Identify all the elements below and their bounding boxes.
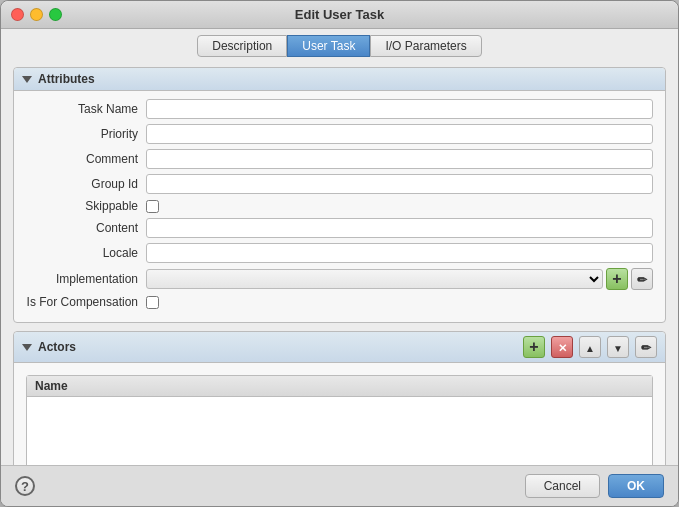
is-for-compensation-label: Is For Compensation <box>26 295 146 309</box>
attributes-section-title: Attributes <box>38 72 95 86</box>
maximize-button[interactable] <box>49 8 62 21</box>
name-column-header: Name <box>35 379 68 393</box>
content-row: Content <box>26 218 653 238</box>
window-controls <box>11 8 62 21</box>
locale-row: Locale <box>26 243 653 263</box>
locale-input[interactable] <box>146 243 653 263</box>
group-id-label: Group Id <box>26 177 146 191</box>
actors-table-header: Name <box>27 376 652 397</box>
is-for-compensation-checkbox[interactable] <box>146 296 159 309</box>
down-icon <box>613 340 623 355</box>
task-name-row: Task Name <box>26 99 653 119</box>
implementation-label: Implementation <box>26 272 146 286</box>
task-name-label: Task Name <box>26 102 146 116</box>
priority-input[interactable] <box>146 124 653 144</box>
content-area: Attributes Task Name Priority Comment <box>1 57 678 465</box>
group-id-row: Group Id <box>26 174 653 194</box>
actors-move-up-button[interactable] <box>579 336 601 358</box>
implementation-row: Implementation <box>26 268 653 290</box>
up-icon <box>585 340 595 355</box>
group-id-input[interactable] <box>146 174 653 194</box>
attributes-section: Attributes Task Name Priority Comment <box>13 67 666 323</box>
collapse-actors-icon <box>22 344 32 351</box>
title-bar: Edit User Task <box>1 1 678 29</box>
skippable-checkbox[interactable] <box>146 200 159 213</box>
comment-row: Comment <box>26 149 653 169</box>
task-name-input[interactable] <box>146 99 653 119</box>
attributes-section-header[interactable]: Attributes <box>14 68 665 91</box>
x-icon <box>558 340 567 355</box>
close-button[interactable] <box>11 8 24 21</box>
actors-edit-button[interactable] <box>635 336 657 358</box>
cancel-button[interactable]: Cancel <box>525 474 600 498</box>
pencil-icon <box>637 272 647 287</box>
help-icon-label: ? <box>21 479 29 494</box>
pencil-icon <box>641 340 651 355</box>
plus-icon <box>612 270 621 288</box>
actors-section-body: Name <box>14 363 665 465</box>
priority-label: Priority <box>26 127 146 141</box>
tab-user-task[interactable]: User Task <box>287 35 370 57</box>
collapse-attributes-icon <box>22 76 32 83</box>
actors-table-body <box>27 397 652 465</box>
actors-section-title: Actors <box>38 340 76 354</box>
actors-remove-button[interactable] <box>551 336 573 358</box>
footer: ? Cancel OK <box>1 465 678 506</box>
priority-row: Priority <box>26 124 653 144</box>
skippable-row: Skippable <box>26 199 653 213</box>
locale-label: Locale <box>26 246 146 260</box>
comment-input[interactable] <box>146 149 653 169</box>
actors-move-down-button[interactable] <box>607 336 629 358</box>
content-label: Content <box>26 221 146 235</box>
attributes-section-body: Task Name Priority Comment Group Id <box>14 91 665 322</box>
dialog-window: Edit User Task Description User Task I/O… <box>0 0 679 507</box>
plus-icon <box>529 338 538 356</box>
tab-bar: Description User Task I/O Parameters <box>1 29 678 57</box>
footer-left: ? <box>15 476 35 496</box>
actors-table: Name <box>26 375 653 465</box>
tab-description[interactable]: Description <box>197 35 287 57</box>
implementation-add-button[interactable] <box>606 268 628 290</box>
help-button[interactable]: ? <box>15 476 35 496</box>
implementation-edit-button[interactable] <box>631 268 653 290</box>
actors-section-header[interactable]: Actors <box>14 332 665 363</box>
skippable-label: Skippable <box>26 199 146 213</box>
comment-label: Comment <box>26 152 146 166</box>
ok-button[interactable]: OK <box>608 474 664 498</box>
tab-io-parameters[interactable]: I/O Parameters <box>370 35 481 57</box>
actors-add-button[interactable] <box>523 336 545 358</box>
actors-toolbar <box>520 336 657 358</box>
actors-section: Actors <box>13 331 666 465</box>
window-title: Edit User Task <box>295 7 384 22</box>
is-for-compensation-row: Is For Compensation <box>26 295 653 309</box>
content-input[interactable] <box>146 218 653 238</box>
implementation-select[interactable] <box>146 269 603 289</box>
minimize-button[interactable] <box>30 8 43 21</box>
